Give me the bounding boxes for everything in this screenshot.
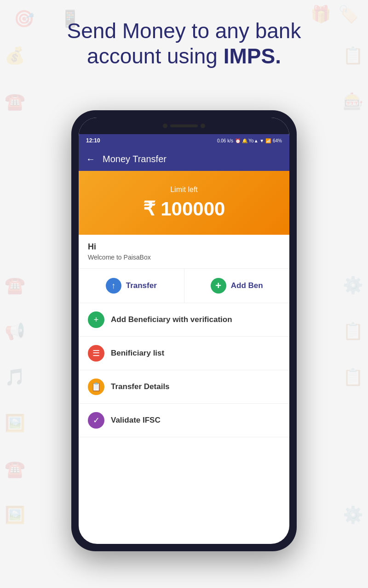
signal-icons: ⏰ 🔔 Yo▲ ▼ 📶 [235, 138, 271, 143]
limit-label: Limit left [86, 186, 282, 194]
transfer-details-item[interactable]: 📋 Transfer Details [79, 370, 289, 404]
beneficiary-list-item[interactable]: ☰ Benificiary list [79, 337, 289, 370]
heading-text: Send Money to any bank account using IMP… [28, 18, 340, 69]
battery-level: 64% [273, 138, 282, 143]
phone-notch [79, 118, 289, 134]
phone-mockup: 12:10 0.06 k/s ⏰ 🔔 Yo▲ ▼ 📶 64% ← Money T… [71, 110, 297, 551]
limit-card: Limit left ₹ 100000 [79, 171, 289, 235]
add-ben-label: Add Ben [231, 281, 263, 290]
limit-amount: ₹ 100000 [86, 198, 282, 220]
transfer-label: Transfer [126, 281, 157, 290]
validate-ifsc-icon: ✓ [88, 412, 104, 429]
welcome-hi: Hi [88, 242, 280, 252]
transfer-button[interactable]: ↑ Transfer [79, 269, 184, 303]
status-indicators: 0.06 k/s ⏰ 🔔 Yo▲ ▼ 📶 64% [217, 138, 282, 143]
welcome-section: Hi Welcome to PaisaBox [79, 235, 289, 269]
beneficiary-list-icon: ☰ [88, 345, 104, 362]
app-bar-title: Money Transfer [103, 154, 167, 164]
validate-ifsc-item[interactable]: ✓ Validate IFSC [79, 404, 289, 437]
beneficiary-list-label: Benificiary list [111, 349, 164, 358]
camera-dot-1 [163, 124, 167, 128]
add-beneficiary-icon: + [88, 311, 104, 328]
transfer-icon: ↑ [106, 278, 121, 294]
welcome-message: Welcome to PaisaBox [88, 254, 280, 261]
add-ben-icon: + [211, 278, 226, 294]
phone-outer: 12:10 0.06 k/s ⏰ 🔔 Yo▲ ▼ 📶 64% ← Money T… [71, 110, 297, 551]
validate-ifsc-label: Validate IFSC [111, 416, 161, 425]
status-time: 12:10 [86, 137, 100, 144]
speaker [170, 124, 198, 127]
status-bar: 12:10 0.06 k/s ⏰ 🔔 Yo▲ ▼ 📶 64% [79, 134, 289, 147]
phone-screen: 12:10 0.06 k/s ⏰ 🔔 Yo▲ ▼ 📶 64% ← Money T… [79, 118, 289, 544]
back-button[interactable]: ← [86, 154, 95, 164]
transfer-details-icon: 📋 [88, 379, 104, 395]
action-buttons-row: ↑ Transfer + Add Ben [79, 269, 289, 303]
app-bar: ← Money Transfer [79, 147, 289, 171]
page-heading: Send Money to any bank account using IMP… [0, 18, 368, 69]
add-beneficiary-verification-item[interactable]: + Add Beneficiary with verification [79, 303, 289, 337]
add-ben-button[interactable]: + Add Ben [184, 269, 290, 303]
add-beneficiary-label: Add Beneficiary with verification [111, 315, 232, 324]
camera-dot-2 [201, 124, 205, 128]
transfer-details-label: Transfer Details [111, 382, 170, 391]
network-speed: 0.06 k/s [217, 138, 233, 143]
